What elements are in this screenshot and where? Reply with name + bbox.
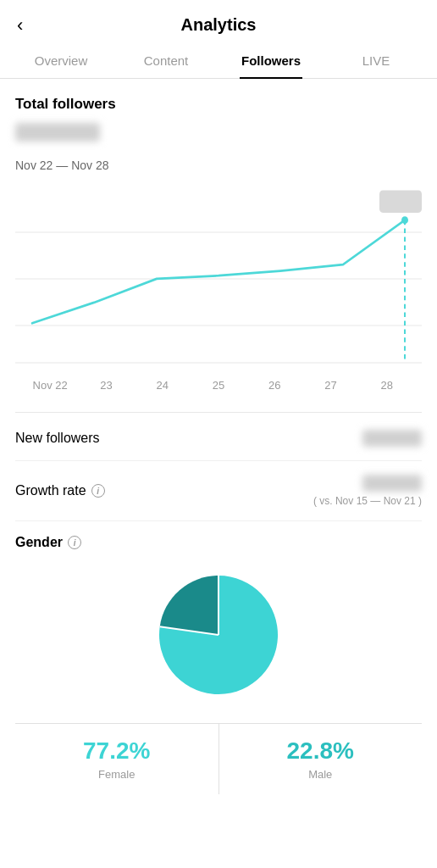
x-label-0: Nov 22 <box>22 379 78 392</box>
growth-rate-value <box>362 475 422 492</box>
tab-bar: Overview Content Followers LIVE <box>0 43 437 79</box>
tab-overview[interactable]: Overview <box>8 43 113 78</box>
growth-rate-row: Growth rate i ( vs. Nov 15 — Nov 21 ) <box>15 461 422 521</box>
gender-title: Gender i <box>15 535 422 550</box>
x-axis: Nov 22 23 24 25 26 27 28 <box>15 379 422 392</box>
followers-chart <box>15 186 422 372</box>
growth-rate-label: Growth rate i <box>15 483 105 498</box>
page-title: Analytics <box>181 15 257 35</box>
header: ‹ Analytics <box>0 0 437 43</box>
svg-rect-6 <box>379 191 422 213</box>
x-label-2: 24 <box>135 379 191 392</box>
new-followers-row: New followers <box>15 416 422 461</box>
tab-content[interactable]: Content <box>113 43 218 78</box>
growth-rate-right: ( vs. Nov 15 — Nov 21 ) <box>313 475 422 507</box>
comparison-label: ( vs. Nov 15 — Nov 21 ) <box>313 495 422 507</box>
x-label-1: 23 <box>78 379 134 392</box>
female-pct-cell: 77.2% Female <box>15 724 219 794</box>
gender-info-icon[interactable]: i <box>68 536 81 549</box>
total-followers-title: Total followers <box>15 96 422 113</box>
new-followers-label: New followers <box>15 431 100 446</box>
main-content: Total followers Nov 22 — Nov 28 <box>0 79 437 811</box>
total-followers-value <box>15 123 100 142</box>
x-label-5: 27 <box>302 379 358 392</box>
male-pct-cell: 22.8% Male <box>219 724 423 794</box>
new-followers-value <box>362 430 422 447</box>
x-label-4: 26 <box>246 379 302 392</box>
svg-point-5 <box>401 216 408 224</box>
x-label-6: 28 <box>359 379 415 392</box>
growth-rate-info-icon[interactable]: i <box>91 484 105 498</box>
divider-1 <box>15 412 422 413</box>
male-percentage: 22.8% <box>226 737 416 765</box>
x-label-3: 25 <box>191 379 246 392</box>
male-label: Male <box>226 768 416 781</box>
back-button[interactable]: ‹ <box>17 14 23 36</box>
female-percentage: 77.2% <box>22 737 212 765</box>
female-label: Female <box>22 768 212 781</box>
tab-followers[interactable]: Followers <box>218 43 324 78</box>
tab-live[interactable]: LIVE <box>324 43 429 78</box>
pie-chart-container <box>15 567 422 703</box>
gender-section: Gender i <box>15 521 422 794</box>
gender-pct-row: 77.2% Female 22.8% Male <box>15 723 422 794</box>
chart-svg <box>15 186 422 372</box>
date-range-label: Nov 22 — Nov 28 <box>15 159 422 172</box>
pie-chart <box>151 567 286 703</box>
